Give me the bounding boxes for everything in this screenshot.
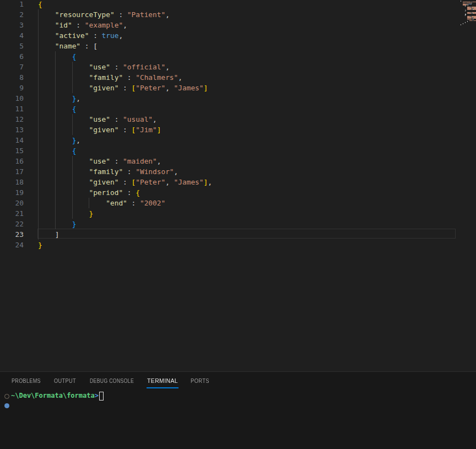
minimap-mark: [467, 13, 471, 14]
token-key: "use": [89, 157, 110, 165]
token-pun: :: [123, 188, 136, 197]
token-pun: :: [80, 42, 93, 50]
line-number: 11: [0, 104, 24, 114]
line-number: 1: [0, 0, 24, 9]
command-decoration-icon[interactable]: [4, 394, 9, 399]
token-b1: {: [136, 188, 140, 197]
panel-tab-problems[interactable]: PROBLEMS: [12, 377, 41, 386]
code-line: "active" : true,: [38, 30, 123, 41]
minimap-mark: [465, 22, 466, 23]
token-pun: :: [123, 73, 136, 82]
code-line: {: [38, 51, 76, 62]
token-str: "Peter": [136, 178, 165, 186]
minimap-mark: [465, 11, 466, 12]
token-str: "James": [174, 84, 204, 92]
token-key: "use": [89, 63, 110, 71]
terminal-view[interactable]: ~\Dev\Formata\formata>: [0, 389, 476, 449]
code-line: "name" : [: [38, 41, 98, 51]
token-pun: :: [115, 10, 127, 19]
code-line: "period" : {: [38, 187, 140, 198]
token-key: "given": [89, 178, 118, 186]
bottom-panel: PROBLEMSOUTPUTDEBUG CONSOLETERMINALPORTS…: [0, 371, 476, 449]
token-b2: [: [93, 42, 98, 50]
minimap-mark: [474, 20, 476, 21]
minimap-mark: [466, 10, 466, 11]
token-pun: ,: [76, 136, 80, 144]
active-tab-underline: [147, 387, 178, 388]
token-key: "use": [89, 115, 110, 123]
token-key: "id": [55, 21, 72, 29]
current-line-highlight: [37, 229, 456, 239]
minimap-mark: [472, 9, 472, 10]
terminal-prompt: ~\Dev\Formata\formata>: [11, 391, 99, 401]
line-number: 22: [0, 219, 24, 229]
code-line: "resourceType" : "Patient",: [38, 9, 170, 20]
command-decoration-pending-icon[interactable]: [4, 403, 9, 408]
token-b1: }: [38, 241, 42, 249]
code-line: "id" : "example",: [38, 20, 127, 30]
token-b3: }: [72, 220, 77, 228]
token-pun: :: [118, 84, 131, 92]
panel-tab-terminal[interactable]: TERMINAL: [147, 377, 178, 386]
panel-tab-ports[interactable]: PORTS: [191, 377, 209, 386]
token-pun: ,: [76, 94, 80, 102]
token-pun: ,: [165, 10, 170, 19]
token-pun: :: [72, 21, 85, 29]
token-pun: ,: [118, 31, 123, 40]
line-number: 3: [0, 20, 24, 30]
line-number: 2: [0, 9, 24, 20]
line-number: 15: [0, 145, 24, 156]
minimap-mark: [465, 6, 466, 7]
editor-pane[interactable]: 123456789101112131415161718192021222324 …: [0, 0, 476, 371]
token-pun: ,: [153, 115, 157, 123]
minimap-mark: [472, 3, 472, 4]
code-line: },: [38, 135, 80, 145]
token-key: "end": [106, 199, 127, 207]
code-line: "family" : "Windsor",: [38, 166, 178, 177]
token-key: "family": [89, 73, 123, 82]
minimap-mark: [461, 1, 461, 2]
token-pun: ,: [174, 167, 178, 176]
token-pun: :: [110, 63, 123, 71]
minimap-mark: [467, 21, 468, 22]
token-str: "example": [85, 21, 123, 29]
minimap-mark: [473, 20, 473, 21]
minimap-mark: [467, 9, 471, 10]
token-str: "Jim": [136, 126, 157, 134]
vscode-window: 123456789101112131415161718192021222324 …: [0, 0, 476, 449]
token-pun: :: [123, 167, 136, 176]
token-key: "name": [55, 42, 80, 50]
token-pun: :: [118, 126, 131, 134]
line-number: 13: [0, 125, 24, 135]
token-b3: {: [72, 105, 77, 113]
code-line: "use" : "maiden",: [38, 156, 161, 166]
line-number: 10: [0, 93, 24, 104]
token-pun: ,: [123, 21, 127, 29]
line-number: 4: [0, 30, 24, 41]
line-number: 12: [0, 114, 24, 125]
line-number: 21: [0, 208, 24, 219]
token-key: "given": [89, 126, 118, 134]
token-b3: {: [72, 147, 77, 155]
code-line: "given" : ["Jim"]: [38, 125, 161, 135]
token-b3: {: [72, 52, 77, 61]
minimap-mark: [472, 13, 472, 14]
minimap[interactable]: [456, 0, 476, 33]
code-line: "end" : "2002": [38, 198, 165, 208]
token-pun: :: [89, 31, 101, 40]
panel-tab-debug-console[interactable]: DEBUG CONSOLE: [90, 377, 134, 386]
token-key: "active": [55, 31, 89, 40]
token-pun: ,: [157, 157, 161, 165]
minimap-mark: [465, 15, 466, 16]
token-str: "Windsor": [136, 167, 174, 176]
token-pun: :: [110, 115, 123, 123]
line-number: 17: [0, 166, 24, 177]
code-line: }: [38, 240, 42, 250]
line-number: 6: [0, 51, 24, 62]
line-number: 24: [0, 240, 24, 250]
line-number: 7: [0, 62, 24, 72]
panel-tab-output[interactable]: OUTPUT: [54, 377, 76, 386]
minimap-mark: [468, 4, 468, 6]
code-line: "use" : "usual",: [38, 114, 157, 125]
code-line: }: [38, 208, 93, 219]
